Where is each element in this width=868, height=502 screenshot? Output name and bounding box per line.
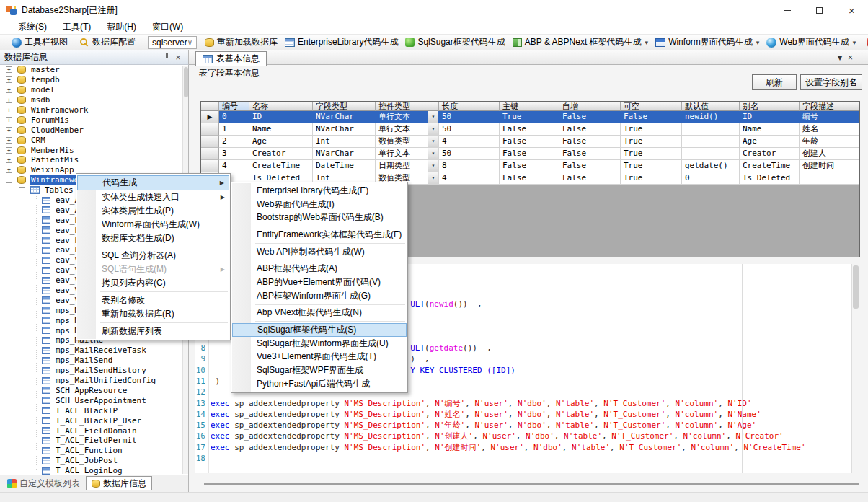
expand-toggle-icon[interactable]: + <box>6 157 12 163</box>
column-header-默认值[interactable]: 默认值 <box>682 102 740 111</box>
tree-item-msdb[interactable]: +msdb <box>0 95 188 105</box>
menu-item-Web API控制器代码生成(W)[interactable]: Web API控制器代码生成(W) <box>232 245 407 259</box>
horizontal-splitter[interactable] <box>204 483 859 485</box>
document-close-icon[interactable]: × <box>848 53 853 63</box>
table-row[interactable]: 4CreateTimeDateTime日期类型▾8FalseFalseTrueg… <box>201 160 859 172</box>
tree-item-T_ACL_BlackIP[interactable]: T_ACL_BlackIP <box>0 405 188 415</box>
menu-item-刷新数据库列表[interactable]: 刷新数据库列表 <box>77 325 229 338</box>
control-type-combo[interactable]: 单行文本▾ <box>376 111 439 123</box>
tree-item-mps_MailSendHistory[interactable]: mps_MailSendHistory <box>0 366 188 376</box>
bottom-tab-数据库信息[interactable]: 数据库信息 <box>86 476 152 490</box>
expand-toggle-icon[interactable]: − <box>6 177 12 183</box>
menu-item-数据库文档生成(D)[interactable]: 数据库文档生成(D) <box>77 232 229 245</box>
tree-item-mps_MailReceiveTask[interactable]: mps_MailReceiveTask <box>0 345 188 356</box>
expand-toggle-icon[interactable]: + <box>6 66 12 73</box>
column-header-控件类型[interactable]: 控件类型 <box>376 102 439 111</box>
menu-item-SQL 查询分析器(A)[interactable]: SQL 查询分析器(A) <box>77 249 229 263</box>
tree-item-CloudMember[interactable]: +CloudMember <box>0 125 188 135</box>
combo-dropdown-icon[interactable]: ▾ <box>428 136 438 147</box>
menu-item-帮助(H)[interactable]: 帮助(H) <box>99 20 144 34</box>
tree-item-tempdb[interactable]: +tempdb <box>0 75 188 85</box>
control-type-combo[interactable]: 日期类型▾ <box>376 160 439 172</box>
table-row[interactable]: 3CreatorNVarChar单行文本▾50FalseFalseTrueCre… <box>201 148 859 160</box>
control-type-combo[interactable]: 数值类型▾ <box>376 136 439 148</box>
dock-chevron-down-icon[interactable]: ▾ <box>838 53 842 63</box>
expand-toggle-icon[interactable]: + <box>6 87 12 93</box>
menu-item-表别名修改[interactable]: 表别名修改 <box>77 294 229 307</box>
tree-item-T_ACL_LoginLog[interactable]: T_ACL_LoginLog <box>0 466 188 475</box>
table-row[interactable]: 1NameNVarChar单行文本▾50FalseFalseTrueName姓名 <box>201 123 859 136</box>
expand-toggle-icon[interactable]: + <box>6 76 12 83</box>
tree-item-T_ACL_FieldDomain[interactable]: T_ACL_FieldDomain <box>0 426 188 436</box>
column-header-字段类型[interactable]: 字段类型 <box>313 102 376 111</box>
expand-toggle-icon[interactable]: + <box>6 127 12 133</box>
tree-item-master[interactable]: +master <box>0 65 188 75</box>
tab-table-info[interactable]: 表基本信息 <box>195 51 267 66</box>
tree-item-SCH_UserAppointment[interactable]: SCH_UserAppointment <box>0 395 188 405</box>
set-field-alias-button[interactable]: 设置字段别名 <box>800 74 862 90</box>
expand-toggle-icon[interactable]: + <box>6 167 12 173</box>
combo-dropdown-icon[interactable]: ▾ <box>428 148 438 159</box>
menu-item-Vue3+Element界面代码生成(T)[interactable]: Vue3+Element界面代码生成(T) <box>232 351 407 364</box>
menu-item-ABP的Vue+Element界面代码(V)[interactable]: ABP的Vue+Element界面代码(V) <box>232 276 407 289</box>
toolbar-button-ABP & ABPNext 框架代码生成[interactable]: ABP & ABPNext 框架代码生成▾ <box>509 35 652 50</box>
tree-item-SCH_AppResource[interactable]: SCH_AppResource <box>0 386 188 396</box>
toolbar-button-Winform界面代码生成[interactable]: Winform界面代码生成▾ <box>652 35 763 50</box>
menu-item-代码生成[interactable]: 代码生成▶ <box>77 175 229 190</box>
menu-item-重新加载数据库(R)[interactable]: 重新加载数据库(R) <box>77 307 229 321</box>
tree-item-WinFramework[interactable]: +WinFramework <box>0 105 188 115</box>
panel-close-icon[interactable]: × <box>172 53 184 63</box>
menu-item-工具(T)[interactable]: 工具(T) <box>55 20 99 34</box>
column-header-主键[interactable]: 主键 <box>500 102 559 111</box>
control-type-combo[interactable]: 单行文本▾ <box>376 123 439 136</box>
menu-item-EnterpriseLibrary代码生成(E)[interactable]: EnterpriseLibrary代码生成(E) <box>232 184 407 198</box>
menu-item-ABP框架代码生成(A)[interactable]: ABP框架代码生成(A) <box>232 262 407 276</box>
combo-dropdown-icon[interactable]: ▾ <box>428 172 438 184</box>
close-button[interactable]: × <box>836 0 868 20</box>
column-header-编号[interactable]: 编号 <box>219 102 249 111</box>
menu-item-Web界面代码生成(I)[interactable]: Web界面代码生成(I) <box>232 198 407 211</box>
expand-toggle-icon[interactable]: + <box>6 97 12 103</box>
menu-item-Bootstrap的Web界面代码生成(B)[interactable]: Bootstrap的Web界面代码生成(B) <box>232 211 407 224</box>
toolbar-button-工具栏视图[interactable]: 工具栏视图 <box>8 35 71 50</box>
tree-item-ForumMis[interactable]: +ForumMis <box>0 115 188 125</box>
tree-item-T_ACL_BlackIP_User[interactable]: T_ACL_BlackIP_User <box>0 415 188 426</box>
column-header-自增[interactable]: 自增 <box>559 102 621 111</box>
tree-item-mps_MailSend[interactable]: mps_MailSend <box>0 356 188 366</box>
column-header-别名[interactable]: 别名 <box>740 102 800 111</box>
toolbar-button-数据库配置[interactable]: 数据库配置 <box>76 35 139 50</box>
toolbar-button-Web界面代码生成[interactable]: Web界面代码生成▾ <box>763 35 859 50</box>
column-header-可空[interactable]: 可空 <box>621 102 682 111</box>
tree-item-T_ACL_Function[interactable]: T_ACL_Function <box>0 446 188 456</box>
toolbar-button-EnterpriseLibrary代码生成[interactable]: EnterpriseLibrary代码生成 <box>281 35 402 50</box>
menu-item-实体类生成快速入口[interactable]: 实体类生成快速入口▶ <box>77 190 229 204</box>
menu-item-Abp VNext框架代码生成(N)[interactable]: Abp VNext框架代码生成(N) <box>232 307 407 320</box>
menu-item-实体类属性生成(P)[interactable]: 实体类属性生成(P) <box>77 204 229 218</box>
table-row[interactable]: 2AgeInt数值类型▾4FalseFalseTrueAge年龄 <box>201 136 859 148</box>
menu-item-拷贝列表内容(C)[interactable]: 拷贝列表内容(C) <box>77 276 229 290</box>
column-header-长度[interactable]: 长度 <box>439 102 500 111</box>
minimize-button[interactable] <box>771 0 803 20</box>
menu-item-SqlSugar框架WPF界面生成[interactable]: SqlSugar框架WPF界面生成 <box>232 364 407 377</box>
tree-item-CRM[interactable]: +CRM <box>0 135 188 145</box>
combo-dropdown-icon[interactable]: ▾ <box>428 111 438 123</box>
expand-toggle-icon[interactable]: − <box>19 187 25 193</box>
menu-item-系统(S)[interactable]: 系统(S) <box>10 20 55 34</box>
pin-icon[interactable] <box>164 52 170 61</box>
expand-toggle-icon[interactable]: + <box>6 117 12 123</box>
combo-dropdown-icon[interactable]: ▾ <box>428 160 438 172</box>
column-header-名称[interactable]: 名称 <box>249 102 313 111</box>
combo-dropdown-icon[interactable]: ▾ <box>428 123 438 135</box>
expand-toggle-icon[interactable]: + <box>6 137 12 144</box>
tree-item-T_ACL_FieldPermit[interactable]: T_ACL_FieldPermit <box>0 436 188 446</box>
menu-item-SqlSugar框架Winform界面生成(U)[interactable]: SqlSugar框架Winform界面生成(U) <box>232 337 407 351</box>
menu-item-SqlSugar框架代码生成(S)[interactable]: SqlSugar框架代码生成(S) <box>232 323 407 337</box>
bottom-tab-自定义模板列表[interactable]: 自定义模板列表 <box>1 476 86 490</box>
tree-item-T_ACL_JobPost[interactable]: T_ACL_JobPost <box>0 456 188 466</box>
toolbar-button-SqlSugar框架代码生成[interactable]: SqlSugar框架代码生成 <box>402 35 508 50</box>
toolbar-button-重新加载数据库[interactable]: 重新加载数据库 <box>201 35 281 50</box>
menu-item-Winform界面代码生成(W)[interactable]: Winform界面代码生成(W) <box>77 218 229 232</box>
code-scrollbar[interactable] <box>851 264 859 473</box>
tree-item-MemberMis[interactable]: +MemberMis <box>0 145 188 155</box>
tree-item-mps_MailUnifiedConfig[interactable]: mps_MailUnifiedConfig <box>0 376 188 386</box>
